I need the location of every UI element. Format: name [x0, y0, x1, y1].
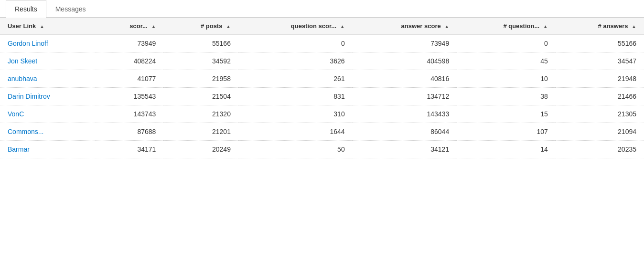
sort-icon-posts: ▲ — [226, 24, 231, 29]
results-table: User Link ▲ scor... ▲ # posts ▲ question… — [0, 18, 644, 158]
cell-answers: 21094 — [556, 123, 644, 141]
cell-score: 41077 — [95, 70, 164, 88]
cell-posts: 21320 — [163, 105, 238, 123]
main-container: Results Messages User Link ▲ scor... ▲ #… — [0, 0, 644, 268]
user-link-anchor[interactable]: Gordon Linoff — [8, 40, 48, 47]
col-header-questions-label: # question... — [503, 22, 539, 30]
user-link-anchor[interactable]: Darin Dimitrov — [8, 93, 50, 100]
cell-score: 34171 — [95, 141, 164, 158]
cell-questions: 45 — [457, 52, 556, 70]
sort-icon-questions: ▲ — [543, 24, 548, 29]
cell-question-score: 261 — [238, 70, 353, 88]
cell-user-link: Barmar — [0, 141, 95, 158]
table-row: Gordon Linoff7394955166073949055166 — [0, 35, 644, 52]
col-header-questions[interactable]: # question... ▲ — [457, 18, 556, 35]
cell-score: 87688 — [95, 123, 164, 141]
cell-answers: 20235 — [556, 141, 644, 158]
cell-answer-score: 134712 — [353, 88, 457, 105]
cell-posts: 21504 — [163, 88, 238, 105]
cell-answers: 21948 — [556, 70, 644, 88]
col-header-user-link[interactable]: User Link ▲ — [0, 18, 95, 35]
cell-questions: 107 — [457, 123, 556, 141]
cell-user-link: Darin Dimitrov — [0, 88, 95, 105]
tabs-bar: Results Messages — [0, 0, 644, 18]
cell-answer-score: 404598 — [353, 52, 457, 70]
cell-answers: 21466 — [556, 88, 644, 105]
cell-question-score: 50 — [238, 141, 353, 158]
col-header-answers[interactable]: # answers ▲ — [556, 18, 644, 35]
col-header-answer-score-label: answer score — [401, 22, 441, 30]
table-row: Commons...876882120116448604410721094 — [0, 123, 644, 141]
sort-icon-answers: ▲ — [632, 24, 636, 29]
cell-score: 73949 — [95, 35, 164, 52]
cell-question-score: 0 — [238, 35, 353, 52]
cell-posts: 21958 — [163, 70, 238, 88]
col-header-answers-label: # answers — [598, 22, 628, 30]
user-link-anchor[interactable]: Jon Skeet — [8, 57, 37, 65]
cell-question-score: 310 — [238, 105, 353, 123]
cell-question-score: 831 — [238, 88, 353, 105]
cell-answer-score: 143433 — [353, 105, 457, 123]
results-table-wrapper: User Link ▲ scor... ▲ # posts ▲ question… — [0, 18, 644, 158]
cell-answer-score: 40816 — [353, 70, 457, 88]
user-link-anchor[interactable]: anubhava — [8, 75, 37, 82]
table-row: Jon Skeet4082243459236264045984534547 — [0, 52, 644, 70]
cell-questions: 38 — [457, 88, 556, 105]
table-row: anubhava4107721958261408161021948 — [0, 70, 644, 88]
sort-icon-question-score: ▲ — [340, 24, 345, 29]
cell-question-score: 3626 — [238, 52, 353, 70]
col-header-question-score[interactable]: question scor... ▲ — [238, 18, 353, 35]
user-link-anchor[interactable]: Commons... — [8, 128, 43, 135]
tab-results[interactable]: Results — [6, 0, 46, 18]
col-header-question-score-label: question scor... — [291, 22, 336, 30]
table-row: Darin Dimitrov13554321504831134712382146… — [0, 88, 644, 105]
cell-user-link: VonC — [0, 105, 95, 123]
table-row: VonC143743213203101434331521305 — [0, 105, 644, 123]
col-header-score[interactable]: scor... ▲ — [95, 18, 164, 35]
cell-user-link: Gordon Linoff — [0, 35, 95, 52]
cell-question-score: 1644 — [238, 123, 353, 141]
cell-posts: 21201 — [163, 123, 238, 141]
sort-asc-icon: ▲ — [40, 24, 44, 29]
user-link-anchor[interactable]: VonC — [8, 110, 24, 118]
cell-answer-score: 34121 — [353, 141, 457, 158]
cell-answers: 34547 — [556, 52, 644, 70]
cell-user-link: Commons... — [0, 123, 95, 141]
cell-score: 135543 — [95, 88, 164, 105]
cell-answers: 21305 — [556, 105, 644, 123]
cell-questions: 15 — [457, 105, 556, 123]
cell-answer-score: 73949 — [353, 35, 457, 52]
cell-answers: 55166 — [556, 35, 644, 52]
cell-questions: 14 — [457, 141, 556, 158]
cell-user-link: anubhava — [0, 70, 95, 88]
sort-icon-answer-score: ▲ — [444, 24, 449, 29]
table-header-row: User Link ▲ scor... ▲ # posts ▲ question… — [0, 18, 644, 35]
col-header-user-link-label: User Link — [8, 22, 36, 30]
cell-posts: 34592 — [163, 52, 238, 70]
cell-questions: 0 — [457, 35, 556, 52]
cell-posts: 20249 — [163, 141, 238, 158]
table-row: Barmar341712024950341211420235 — [0, 141, 644, 158]
cell-score: 408224 — [95, 52, 164, 70]
tab-messages[interactable]: Messages — [46, 0, 95, 18]
sort-icon-score: ▲ — [151, 24, 156, 29]
cell-posts: 55166 — [163, 35, 238, 52]
cell-score: 143743 — [95, 105, 164, 123]
col-header-answer-score[interactable]: answer score ▲ — [353, 18, 457, 35]
user-link-anchor[interactable]: Barmar — [8, 145, 30, 153]
col-header-posts-label: # posts — [201, 22, 223, 30]
col-header-posts[interactable]: # posts ▲ — [163, 18, 238, 35]
cell-questions: 10 — [457, 70, 556, 88]
cell-user-link: Jon Skeet — [0, 52, 95, 70]
col-header-score-label: scor... — [129, 22, 148, 30]
cell-answer-score: 86044 — [353, 123, 457, 141]
